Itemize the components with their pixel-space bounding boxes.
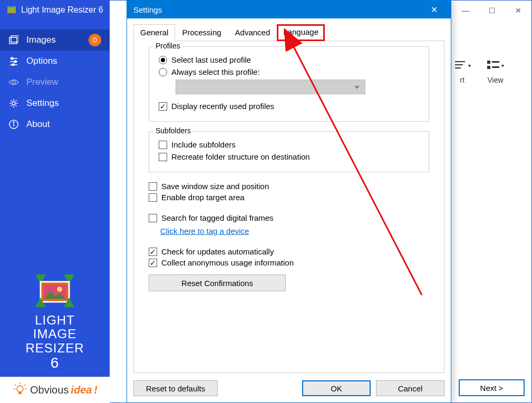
svg-point-21 bbox=[57, 287, 62, 292]
check-updates[interactable]: Check for updates automatically bbox=[149, 247, 429, 256]
maximize-button[interactable]: ☐ bbox=[479, 1, 505, 21]
check-save-window-pos[interactable]: Save window size and position bbox=[149, 182, 429, 191]
checkbox-icon bbox=[149, 248, 157, 256]
tab-advanced[interactable]: Advanced bbox=[228, 24, 277, 41]
svg-line-27 bbox=[15, 385, 16, 386]
svg-rect-36 bbox=[487, 66, 490, 69]
sliders-icon bbox=[8, 56, 19, 66]
svg-rect-4 bbox=[9, 37, 17, 44]
reset-defaults-button[interactable]: Reset to defaults bbox=[133, 380, 218, 396]
dialog-close-button[interactable]: ✕ bbox=[423, 1, 444, 18]
radio-icon bbox=[159, 68, 167, 76]
app-icon bbox=[6, 5, 17, 15]
svg-rect-5 bbox=[11, 36, 18, 42]
svg-line-28 bbox=[24, 385, 25, 386]
checkbox-icon bbox=[159, 102, 167, 111]
checkbox-icon bbox=[149, 182, 157, 191]
minimize-button[interactable]: — bbox=[452, 1, 479, 21]
view-icon: ▾ bbox=[487, 58, 504, 73]
brand-idea: idea bbox=[71, 384, 92, 396]
sidebar-item-about[interactable]: About bbox=[0, 114, 110, 135]
dialog-title: Settings bbox=[133, 5, 162, 14]
brand-obvious: Obvious bbox=[30, 384, 69, 396]
svg-rect-31 bbox=[18, 392, 22, 394]
sidebar-item-label: Settings bbox=[26, 98, 59, 109]
cancel-button[interactable]: Cancel bbox=[376, 380, 444, 396]
tag-device-link[interactable]: Click here to tag a device bbox=[160, 227, 249, 235]
sidebar-item-settings[interactable]: Settings bbox=[0, 93, 110, 114]
dialog-footer: Reset to defaults OK Cancel bbox=[133, 380, 444, 396]
check-recreate-structure[interactable]: Recreate folder structure on destination bbox=[159, 152, 419, 161]
sidebar-item-label: Options bbox=[26, 56, 57, 66]
svg-point-11 bbox=[12, 64, 14, 66]
checkbox-icon bbox=[149, 193, 157, 202]
info-icon bbox=[8, 120, 19, 129]
sidebar-item-label: Preview bbox=[26, 77, 58, 87]
svg-point-25 bbox=[17, 386, 23, 392]
images-stack-icon bbox=[8, 35, 19, 45]
profile-select[interactable] bbox=[176, 80, 365, 94]
dialog-body: Profiles Select last used profile Always… bbox=[133, 41, 444, 373]
app-title: Light Image Resizer 6 bbox=[21, 5, 103, 15]
gear-icon bbox=[8, 99, 19, 108]
svg-rect-35 bbox=[487, 61, 490, 64]
checkbox-icon bbox=[159, 141, 167, 149]
toolbar-view[interactable]: ▾ View bbox=[487, 58, 504, 84]
main-window-controls: — ☐ ✕ bbox=[452, 1, 531, 21]
next-button[interactable]: Next > bbox=[459, 379, 525, 396]
sidebar-footer-brand[interactable]: Obviousidea! bbox=[0, 377, 110, 403]
radio-icon bbox=[159, 56, 167, 64]
svg-rect-38 bbox=[492, 66, 499, 68]
bulb-icon bbox=[12, 381, 28, 399]
svg-point-7 bbox=[11, 57, 13, 60]
sidebar-item-label: Images bbox=[26, 35, 56, 45]
profiles-fieldset: Profiles Select last used profile Always… bbox=[149, 46, 429, 122]
sidebar-item-label: About bbox=[26, 119, 50, 130]
settings-dialog: Settings ✕ General Processing Advanced L… bbox=[127, 0, 451, 403]
svg-point-12 bbox=[12, 81, 15, 84]
reset-confirmations-button[interactable]: Reset Confirmations bbox=[149, 274, 286, 291]
subfolders-fieldset: Subfolders Include subfolders Recreate f… bbox=[149, 131, 429, 172]
subfolders-legend: Subfolders bbox=[153, 126, 193, 135]
svg-rect-37 bbox=[492, 61, 499, 63]
check-search-frames[interactable]: Search for tagged digital frames bbox=[149, 213, 429, 222]
tab-language[interactable]: Language bbox=[277, 24, 325, 41]
radio-always-profile[interactable]: Always select this profile: bbox=[159, 67, 419, 76]
dialog-titlebar: Settings ✕ bbox=[127, 1, 451, 18]
checkbox-icon bbox=[149, 214, 157, 222]
svg-point-16 bbox=[13, 122, 14, 123]
sidebar-item-preview[interactable]: Preview bbox=[0, 72, 110, 93]
close-button[interactable]: ✕ bbox=[505, 1, 531, 21]
check-display-recent[interactable]: Display recently used profiles bbox=[159, 102, 419, 111]
toolbar-right: ▾ rt ▾ View bbox=[453, 58, 504, 84]
app-titlebar: Light Image Resizer 6 bbox=[0, 0, 110, 20]
logo-text: LIGHT IMAGE RESIZER 6 bbox=[0, 313, 110, 371]
tabs-row: General Processing Advanced Language bbox=[133, 24, 444, 41]
tab-processing[interactable]: Processing bbox=[175, 24, 228, 41]
check-include-subfolders[interactable]: Include subfolders bbox=[159, 140, 419, 149]
eye-icon bbox=[8, 78, 19, 86]
check-drop-target[interactable]: Enable drop target area bbox=[149, 193, 429, 202]
app-logo-icon bbox=[31, 272, 79, 309]
svg-point-9 bbox=[14, 61, 16, 63]
profiles-legend: Profiles bbox=[153, 42, 182, 50]
radio-last-profile[interactable]: Select last used profile bbox=[159, 55, 419, 64]
check-usage-info[interactable]: Collect anonymous usage information bbox=[149, 258, 429, 267]
sidebar-logo: LIGHT IMAGE RESIZER 6 bbox=[0, 267, 110, 377]
sidebar-item-images[interactable]: Images 0 bbox=[0, 30, 110, 51]
ok-button[interactable]: OK bbox=[302, 380, 371, 396]
sidebar: Light Image Resizer 6 Images 0 Options P… bbox=[0, 0, 110, 403]
tab-general[interactable]: General bbox=[133, 24, 175, 41]
checkbox-icon bbox=[159, 153, 167, 161]
sort-icon: ▾ bbox=[453, 58, 471, 73]
images-count-badge: 0 bbox=[89, 34, 101, 46]
svg-rect-1 bbox=[8, 8, 15, 12]
sidebar-nav: Images 0 Options Preview Settings Abou bbox=[0, 30, 110, 135]
svg-point-13 bbox=[12, 102, 15, 105]
checkbox-icon bbox=[149, 259, 157, 267]
toolbar-sort[interactable]: ▾ rt bbox=[453, 58, 471, 84]
brand-bang: ! bbox=[94, 384, 98, 396]
sidebar-item-options[interactable]: Options bbox=[0, 51, 110, 72]
